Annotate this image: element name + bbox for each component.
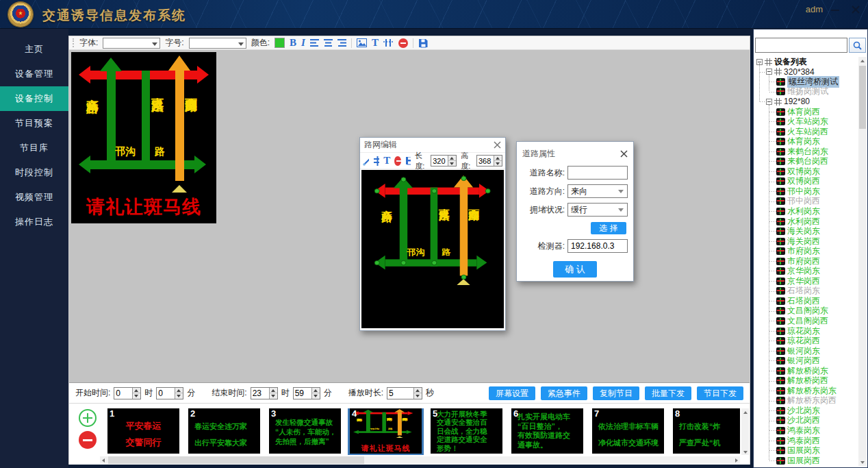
- playlist-thumbnail[interactable]: 8打击改装“炸严查严处“机: [673, 408, 740, 454]
- road-name-input[interactable]: [567, 166, 628, 180]
- spinner-arrows[interactable]: [311, 388, 320, 399]
- italic-button[interactable]: I: [301, 38, 305, 48]
- playlist-hscrollbar[interactable]: [100, 456, 740, 464]
- sidebar-item[interactable]: 主页: [0, 37, 68, 62]
- playlist-vscrollbar[interactable]: [741, 408, 749, 455]
- props-close-button[interactable]: [620, 150, 628, 158]
- start-min-spinner[interactable]: [156, 387, 183, 399]
- length-spinner[interactable]: [431, 155, 457, 167]
- add-program-button[interactable]: [79, 409, 97, 427]
- font-family-select[interactable]: [103, 38, 160, 49]
- save-icon[interactable]: [405, 156, 411, 165]
- playlist-thumbnail[interactable]: 6扎实开展电动车“百日整治”，有效预防道路交通事故。: [511, 408, 583, 454]
- scrollbar-thumb[interactable]: [108, 456, 364, 464]
- sidebar-item[interactable]: 操作日志: [0, 210, 68, 234]
- sign-preview[interactable]: 高桥路史可法路瘦西湖路邗沟路请礼让斑马线: [71, 52, 216, 223]
- text-tool-button[interactable]: T: [383, 156, 390, 166]
- end-min-input[interactable]: [294, 388, 311, 399]
- tree-row[interactable]: 维扬岗测试: [755, 87, 858, 97]
- sidebar-item[interactable]: 设备管理: [0, 62, 68, 86]
- sidebar-item[interactable]: 时段控制: [0, 160, 68, 185]
- scroll-up-button[interactable]: [741, 408, 749, 416]
- detector-input[interactable]: [567, 239, 628, 253]
- bold-button[interactable]: B: [290, 38, 296, 48]
- add-road-icon[interactable]: [373, 156, 379, 166]
- thumbnail-text: 春运安全连万家出行平安靠大家: [188, 408, 260, 454]
- color-swatch[interactable]: [275, 38, 285, 48]
- device-search-input[interactable]: [755, 38, 847, 53]
- action-button[interactable]: 节目下发: [697, 386, 743, 400]
- start-min-input[interactable]: [157, 388, 175, 399]
- scroll-down-button[interactable]: [741, 447, 749, 455]
- end-min-spinner[interactable]: [293, 387, 320, 399]
- playlist-thumbnail[interactable]: 3发生轻微交通事故“人未伤，车能动，先拍照，后撤离”: [269, 408, 341, 454]
- sidebar-item[interactable]: 节目库: [0, 136, 68, 160]
- insert-image-icon[interactable]: [357, 38, 367, 47]
- minimize-button[interactable]: [828, 3, 842, 16]
- spinner-arrows[interactable]: [175, 388, 183, 399]
- delete-item-icon[interactable]: [398, 38, 408, 48]
- thumbnail-text: 大力开展秋冬季交通安全整治百日会战，全力稳定道路交通安全形势！: [431, 408, 502, 454]
- collapse-toggle-icon[interactable]: [766, 99, 772, 105]
- scroll-down-button[interactable]: [858, 458, 867, 466]
- confirm-button[interactable]: 确 认: [553, 261, 597, 278]
- height-input[interactable]: [477, 156, 494, 166]
- remove-program-button[interactable]: [79, 431, 97, 449]
- align-center-icon[interactable]: [324, 39, 333, 47]
- sidebar-item[interactable]: 视频管理: [0, 185, 68, 210]
- scrollbar-thumb[interactable]: [859, 66, 866, 129]
- roadnet-close-button[interactable]: [494, 141, 501, 149]
- start-hour-spinner[interactable]: [114, 387, 141, 399]
- collapse-toggle-icon[interactable]: [766, 69, 772, 75]
- end-hour-input[interactable]: [251, 388, 269, 399]
- device-tree-scrollbar[interactable]: [858, 57, 867, 466]
- height-spinner[interactable]: [476, 155, 502, 167]
- action-button[interactable]: 批量下发: [645, 386, 691, 400]
- length-input[interactable]: [431, 156, 448, 166]
- duration-input[interactable]: [387, 388, 413, 399]
- scroll-up-button[interactable]: [858, 57, 867, 65]
- action-button[interactable]: 复制节目: [593, 386, 639, 400]
- spinner-arrows[interactable]: [413, 388, 422, 399]
- scroll-left-button[interactable]: [100, 456, 108, 464]
- align-right-icon[interactable]: [337, 39, 346, 47]
- text-tool-button[interactable]: T: [372, 38, 379, 48]
- playlist-thumbnail[interactable]: 4高桥路史可法路瘦西湖路邗沟路请礼让斑马线: [350, 408, 422, 454]
- playlist-thumbnail[interactable]: 1平安春运交警同行: [107, 408, 179, 454]
- green-arrowhead-left: [79, 156, 90, 173]
- action-button[interactable]: 屏幕设置: [489, 386, 535, 400]
- spinner-arrows[interactable]: [448, 156, 456, 166]
- spinner-arrows[interactable]: [132, 388, 140, 399]
- device-icon: [776, 78, 785, 86]
- duration-spinner[interactable]: [387, 387, 422, 399]
- road-network-icon[interactable]: [383, 38, 394, 47]
- congestion-select[interactable]: 缓行: [567, 203, 628, 217]
- device-search-button[interactable]: [849, 38, 866, 53]
- close-window-button[interactable]: [849, 3, 863, 16]
- tree-row[interactable]: 设备列表: [755, 57, 858, 67]
- main-area: 字体: 字号: 颜色: B I T 高桥路史可法路瘦西湖路邗沟路请礼让斑马线 路…: [68, 36, 750, 465]
- spinner-arrows[interactable]: [269, 388, 277, 399]
- spinner-arrows[interactable]: [494, 156, 502, 166]
- font-size-select[interactable]: [189, 38, 246, 49]
- scroll-right-button[interactable]: [732, 456, 740, 464]
- road-direction-select[interactable]: 来向: [567, 184, 628, 198]
- roadnet-canvas[interactable]: 高桥路史可法路瘦西湖路邗沟路: [361, 170, 504, 328]
- device-icon: [776, 218, 785, 225]
- playlist-thumbnail[interactable]: 5大力开展秋冬季交通安全整治百日会战，全力稳定道路交通安全形势！: [431, 408, 502, 454]
- playlist-thumbnail[interactable]: 7依法治理非标车辆净化城市交通环境: [592, 408, 664, 454]
- select-button[interactable]: 选 择: [591, 222, 626, 234]
- tree-row[interactable]: 国展岗西: [755, 456, 858, 466]
- save-icon[interactable]: [418, 38, 428, 48]
- align-left-icon[interactable]: [310, 39, 319, 47]
- sidebar-item[interactable]: 节目预案: [0, 111, 68, 136]
- toolbar-grip[interactable]: [73, 38, 75, 47]
- end-hour-spinner[interactable]: [251, 387, 278, 399]
- playlist-thumbnail[interactable]: 2春运安全连万家出行平安靠大家: [188, 408, 260, 454]
- action-button[interactable]: 紧急事件: [541, 386, 587, 400]
- app-title: 交通诱导信息发布系统: [42, 7, 186, 25]
- delete-item-icon[interactable]: [394, 156, 400, 166]
- draw-line-icon[interactable]: [363, 156, 369, 166]
- start-hour-input[interactable]: [114, 388, 132, 399]
- sidebar-item[interactable]: 设备控制: [0, 86, 68, 111]
